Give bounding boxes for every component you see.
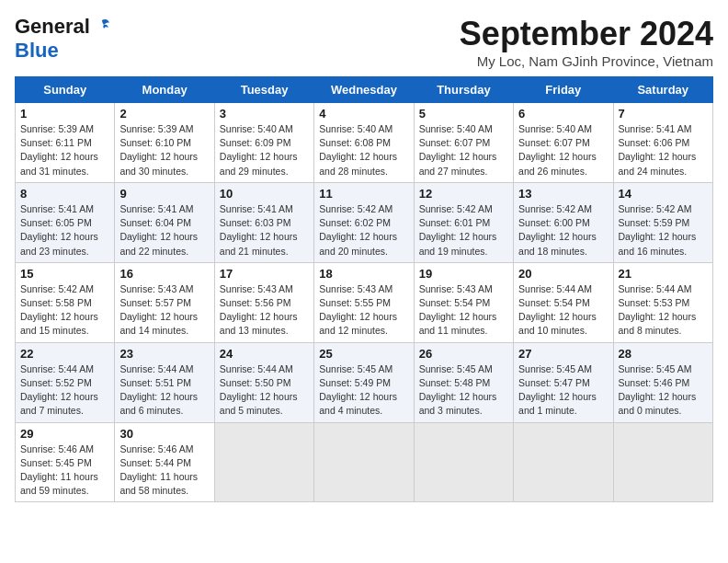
- calendar-cell: [514, 422, 613, 502]
- day-number: 23: [119, 347, 209, 361]
- calendar-week-2: 15Sunrise: 5:42 AMSunset: 5:58 PMDayligh…: [16, 262, 713, 342]
- header: General Blue September 2024 My Loc, Nam …: [15, 15, 713, 69]
- day-number: 29: [20, 427, 109, 441]
- calendar-cell: [613, 422, 712, 502]
- day-info: Sunrise: 5:42 AMSunset: 6:02 PMDaylight:…: [319, 202, 408, 259]
- day-info: Sunrise: 5:41 AMSunset: 6:06 PMDaylight:…: [619, 122, 708, 178]
- calendar-cell: 9Sunrise: 5:41 AMSunset: 6:04 PMDaylight…: [115, 182, 214, 262]
- calendar-cell: 3Sunrise: 5:40 AMSunset: 6:09 PMDaylight…: [214, 103, 313, 183]
- day-info: Sunrise: 5:42 AMSunset: 5:59 PMDaylight:…: [619, 202, 708, 259]
- calendar-week-3: 22Sunrise: 5:44 AMSunset: 5:52 PMDayligh…: [16, 342, 713, 422]
- day-info: Sunrise: 5:45 AMSunset: 5:46 PMDaylight:…: [619, 362, 708, 419]
- logo-general: General: [15, 15, 90, 39]
- calendar-cell: 26Sunrise: 5:45 AMSunset: 5:48 PMDayligh…: [414, 342, 513, 422]
- month-title: September 2024: [460, 15, 713, 53]
- day-info: Sunrise: 5:40 AMSunset: 6:07 PMDaylight:…: [518, 122, 608, 178]
- calendar-cell: 2Sunrise: 5:39 AMSunset: 6:10 PMDaylight…: [115, 103, 214, 183]
- day-info: Sunrise: 5:41 AMSunset: 6:05 PMDaylight:…: [20, 202, 109, 259]
- day-number: 12: [419, 187, 508, 201]
- day-info: Sunrise: 5:45 AMSunset: 5:48 PMDaylight:…: [419, 362, 508, 419]
- day-info: Sunrise: 5:40 AMSunset: 6:08 PMDaylight:…: [319, 122, 408, 178]
- col-thursday: Thursday: [414, 77, 513, 103]
- calendar-cell: 25Sunrise: 5:45 AMSunset: 5:49 PMDayligh…: [314, 342, 414, 422]
- calendar-cell: 22Sunrise: 5:44 AMSunset: 5:52 PMDayligh…: [16, 342, 115, 422]
- calendar-table: Sunday Monday Tuesday Wednesday Thursday…: [15, 76, 713, 502]
- calendar-cell: 6Sunrise: 5:40 AMSunset: 6:07 PMDaylight…: [514, 103, 613, 183]
- day-info: Sunrise: 5:41 AMSunset: 6:03 PMDaylight:…: [220, 202, 309, 259]
- day-info: Sunrise: 5:45 AMSunset: 5:49 PMDaylight:…: [319, 362, 408, 419]
- day-info: Sunrise: 5:44 AMSunset: 5:54 PMDaylight:…: [518, 282, 608, 339]
- day-number: 27: [518, 347, 608, 361]
- day-info: Sunrise: 5:43 AMSunset: 5:56 PMDaylight:…: [220, 282, 309, 339]
- day-info: Sunrise: 5:44 AMSunset: 5:53 PMDaylight:…: [619, 282, 708, 339]
- day-info: Sunrise: 5:42 AMSunset: 6:00 PMDaylight:…: [518, 202, 608, 259]
- day-number: 5: [419, 107, 508, 121]
- day-info: Sunrise: 5:39 AMSunset: 6:11 PMDaylight:…: [20, 122, 109, 178]
- calendar-week-4: 29Sunrise: 5:46 AMSunset: 5:45 PMDayligh…: [16, 422, 713, 502]
- calendar-cell: [214, 422, 313, 502]
- day-info: Sunrise: 5:43 AMSunset: 5:54 PMDaylight:…: [419, 282, 508, 339]
- day-number: 28: [619, 347, 708, 361]
- col-saturday: Saturday: [613, 77, 712, 103]
- day-number: 21: [619, 267, 708, 281]
- col-tuesday: Tuesday: [214, 77, 313, 103]
- day-number: 26: [419, 347, 508, 361]
- day-number: 4: [319, 107, 408, 121]
- day-number: 14: [619, 187, 708, 201]
- header-row: Sunday Monday Tuesday Wednesday Thursday…: [16, 77, 713, 103]
- calendar-cell: 23Sunrise: 5:44 AMSunset: 5:51 PMDayligh…: [115, 342, 214, 422]
- col-friday: Friday: [514, 77, 613, 103]
- day-info: Sunrise: 5:43 AMSunset: 5:55 PMDaylight:…: [319, 282, 408, 339]
- day-number: 17: [220, 267, 309, 281]
- calendar-cell: [314, 422, 414, 502]
- day-number: 6: [518, 107, 608, 121]
- calendar-cell: 1Sunrise: 5:39 AMSunset: 6:11 PMDaylight…: [16, 103, 115, 183]
- logo-blue: Blue: [15, 39, 59, 63]
- logo: General Blue: [15, 15, 112, 63]
- calendar-cell: 20Sunrise: 5:44 AMSunset: 5:54 PMDayligh…: [514, 262, 613, 342]
- day-info: Sunrise: 5:46 AMSunset: 5:45 PMDaylight:…: [20, 442, 109, 499]
- calendar-cell: 15Sunrise: 5:42 AMSunset: 5:58 PMDayligh…: [16, 262, 115, 342]
- calendar-cell: [414, 422, 513, 502]
- calendar-cell: 13Sunrise: 5:42 AMSunset: 6:00 PMDayligh…: [514, 182, 613, 262]
- calendar-cell: 7Sunrise: 5:41 AMSunset: 6:06 PMDaylight…: [613, 103, 712, 183]
- day-info: Sunrise: 5:43 AMSunset: 5:57 PMDaylight:…: [119, 282, 209, 339]
- calendar-cell: 18Sunrise: 5:43 AMSunset: 5:55 PMDayligh…: [314, 262, 414, 342]
- logo-bird-icon: [92, 17, 112, 37]
- day-info: Sunrise: 5:46 AMSunset: 5:44 PMDaylight:…: [119, 442, 209, 499]
- day-number: 1: [20, 107, 109, 121]
- col-sunday: Sunday: [16, 77, 115, 103]
- day-number: 24: [220, 347, 309, 361]
- calendar-cell: 16Sunrise: 5:43 AMSunset: 5:57 PMDayligh…: [115, 262, 214, 342]
- day-number: 2: [119, 107, 209, 121]
- day-info: Sunrise: 5:45 AMSunset: 5:47 PMDaylight:…: [518, 362, 608, 419]
- day-number: 16: [119, 267, 209, 281]
- day-info: Sunrise: 5:41 AMSunset: 6:04 PMDaylight:…: [119, 202, 209, 259]
- day-info: Sunrise: 5:42 AMSunset: 6:01 PMDaylight:…: [419, 202, 508, 259]
- calendar-week-0: 1Sunrise: 5:39 AMSunset: 6:11 PMDaylight…: [16, 103, 713, 183]
- calendar-cell: 5Sunrise: 5:40 AMSunset: 6:07 PMDaylight…: [414, 103, 513, 183]
- calendar-body: 1Sunrise: 5:39 AMSunset: 6:11 PMDaylight…: [16, 103, 713, 502]
- day-info: Sunrise: 5:39 AMSunset: 6:10 PMDaylight:…: [119, 122, 209, 178]
- calendar-cell: 21Sunrise: 5:44 AMSunset: 5:53 PMDayligh…: [613, 262, 712, 342]
- day-info: Sunrise: 5:42 AMSunset: 5:58 PMDaylight:…: [20, 282, 109, 339]
- calendar-cell: 14Sunrise: 5:42 AMSunset: 5:59 PMDayligh…: [613, 182, 712, 262]
- day-number: 3: [220, 107, 309, 121]
- day-number: 30: [119, 427, 209, 441]
- calendar-cell: 12Sunrise: 5:42 AMSunset: 6:01 PMDayligh…: [414, 182, 513, 262]
- day-number: 11: [319, 187, 408, 201]
- calendar-cell: 17Sunrise: 5:43 AMSunset: 5:56 PMDayligh…: [214, 262, 313, 342]
- title-area: September 2024 My Loc, Nam GJinh Provinc…: [460, 15, 713, 69]
- calendar-cell: 11Sunrise: 5:42 AMSunset: 6:02 PMDayligh…: [314, 182, 414, 262]
- day-number: 25: [319, 347, 408, 361]
- day-info: Sunrise: 5:40 AMSunset: 6:07 PMDaylight:…: [419, 122, 508, 178]
- calendar-cell: 30Sunrise: 5:46 AMSunset: 5:44 PMDayligh…: [115, 422, 214, 502]
- calendar-cell: 10Sunrise: 5:41 AMSunset: 6:03 PMDayligh…: [214, 182, 313, 262]
- day-number: 7: [619, 107, 708, 121]
- calendar-cell: 8Sunrise: 5:41 AMSunset: 6:05 PMDaylight…: [16, 182, 115, 262]
- day-number: 20: [518, 267, 608, 281]
- calendar-cell: 27Sunrise: 5:45 AMSunset: 5:47 PMDayligh…: [514, 342, 613, 422]
- day-info: Sunrise: 5:44 AMSunset: 5:50 PMDaylight:…: [220, 362, 309, 419]
- day-info: Sunrise: 5:44 AMSunset: 5:51 PMDaylight:…: [119, 362, 209, 419]
- calendar-cell: 19Sunrise: 5:43 AMSunset: 5:54 PMDayligh…: [414, 262, 513, 342]
